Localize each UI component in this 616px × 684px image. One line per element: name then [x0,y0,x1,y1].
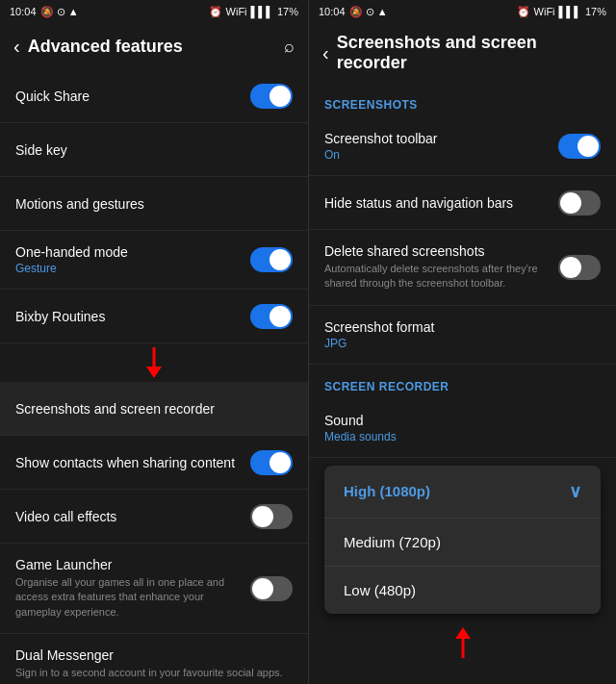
left-alarm-icon: ⏰ [209,6,222,18]
left-search-icon[interactable]: ⌕ [284,37,295,57]
screenshot-toolbar-label: Screenshot toolbar [324,131,558,146]
setting-side-key[interactable]: Side key [0,123,308,177]
right-signal-icon: ▌▌▌ [559,6,581,17]
high-option-check-icon: ∨ [569,481,581,502]
dropdown-low-option[interactable]: Low (480p) [324,567,601,614]
resolution-dropdown: High (1080p) ∨ Medium (720p) Low (480p) [324,466,601,614]
bixby-routines-toggle[interactable] [250,304,293,329]
one-handed-mode-sublabel: Gesture [15,262,250,275]
setting-quick-share[interactable]: Quick Share [0,69,308,123]
left-back-button[interactable]: ‹ [13,36,20,58]
right-status-icons: 🔕 ⊙ ▲ [349,6,388,18]
bixby-routines-label: Bixby Routines [15,309,250,324]
setting-screenshots-recorder[interactable]: Screenshots and screen recorder [0,382,308,436]
low-option-label: Low (480p) [344,582,416,598]
motions-gestures-label: Motions and gestures [15,196,293,212]
screenshots-section-header: Screenshots [309,83,616,117]
red-down-arrow-icon [139,345,169,380]
setting-one-handed-mode[interactable]: One-handed mode Gesture [0,231,308,290]
setting-hide-status-bars[interactable]: Hide status and navigation bars [309,176,616,230]
setting-video-call-effects[interactable]: Video call effects [0,490,308,544]
setting-screenshot-toolbar[interactable]: Screenshot toolbar On [309,117,616,176]
left-time: 10:04 [10,6,37,17]
game-launcher-desc: Organise all your games all in one place… [15,575,250,620]
side-key-label: Side key [15,142,293,158]
left-status-right: ⏰ WiFi ▌▌▌ 17% [209,6,298,18]
show-contacts-toggle[interactable] [250,450,293,475]
left-status-icons: 🔕 ⊙ ▲ [40,6,79,18]
screen-recorder-section-header: Screen recorder [309,365,616,399]
delete-shared-desc: Automatically delete screenshots after t… [324,262,558,291]
svg-marker-1 [146,367,162,378]
right-status-left: 10:04 🔕 ⊙ ▲ [319,6,388,18]
dropdown-high-option[interactable]: High (1080p) ∨ [324,466,601,519]
one-handed-mode-toggle[interactable] [250,247,293,272]
left-signal-icon: ▌▌▌ [251,6,273,17]
video-call-effects-label: Video call effects [15,509,250,524]
dual-messenger-label: Dual Messenger [15,647,293,663]
right-back-button[interactable]: ‹ [322,42,329,64]
hide-status-bars-toggle[interactable] [558,190,601,215]
right-header: ‹ Screenshots and screen recorder [309,23,616,83]
setting-delete-shared[interactable]: Delete shared screenshots Automatically … [309,230,616,306]
left-wifi-icon: WiFi [226,6,247,17]
left-header: ‹ Advanced features ⌕ [0,23,308,69]
screenshot-format-label: Screenshot format [324,319,601,335]
right-panel: 10:04 🔕 ⊙ ▲ ⏰ WiFi ▌▌▌ 17% ‹ Screenshots… [308,0,616,684]
setting-bixby-routines[interactable]: Bixby Routines [0,290,308,343]
screenshot-toolbar-toggle[interactable] [558,134,601,159]
hide-status-bars-label: Hide status and navigation bars [324,195,558,211]
right-wifi-icon: WiFi [534,6,555,17]
screenshot-toolbar-sublabel: On [324,148,558,162]
high-option-label: High (1080p) [344,483,430,499]
medium-option-label: Medium (720p) [344,534,441,550]
game-launcher-label: Game Launcher [15,557,250,572]
delete-shared-toggle[interactable] [558,255,601,280]
setting-motions-gestures[interactable]: Motions and gestures [0,177,308,231]
left-panel: 10:04 🔕 ⊙ ▲ ⏰ WiFi ▌▌▌ 17% ‹ Advanced fe… [0,0,308,684]
delete-shared-label: Delete shared screenshots [324,243,558,259]
right-alarm-icon: ⏰ [517,6,530,18]
right-header-title: Screenshots and screen recorder [337,33,603,73]
right-battery: 17% [585,6,606,17]
left-status-left: 10:04 🔕 ⊙ ▲ [10,6,79,18]
red-arrow-up-annotation [309,621,616,664]
one-handed-mode-label: One-handed mode [15,244,250,260]
dropdown-medium-option[interactable]: Medium (720p) [324,519,601,567]
video-call-effects-toggle[interactable] [250,504,293,529]
setting-sound[interactable]: Sound Media sounds [309,399,616,458]
right-status-bar: 10:04 🔕 ⊙ ▲ ⏰ WiFi ▌▌▌ 17% [309,0,616,23]
screenshots-recorder-label: Screenshots and screen recorder [15,401,293,417]
right-settings-list: Screenshots Screenshot toolbar On Hide s… [309,83,616,684]
left-settings-list: Quick Share Side key Motions and gesture… [0,69,308,684]
red-up-arrow-icon [448,625,478,660]
left-battery: 17% [277,6,298,17]
quick-share-toggle[interactable] [250,84,293,109]
sound-sublabel: Media sounds [324,430,601,443]
quick-share-label: Quick Share [15,89,250,104]
show-contacts-label: Show contacts when sharing content [15,455,250,470]
setting-dual-messenger[interactable]: Dual Messenger Sign in to a second accou… [0,634,308,684]
right-status-right: ⏰ WiFi ▌▌▌ 17% [517,6,606,18]
sound-label: Sound [324,413,601,428]
screenshot-format-value: JPG [324,337,601,350]
left-status-bar: 10:04 🔕 ⊙ ▲ ⏰ WiFi ▌▌▌ 17% [0,0,308,23]
left-header-title: Advanced features [28,37,276,57]
setting-screenshot-format[interactable]: Screenshot format JPG [309,306,616,365]
red-arrow-down-annotation [0,343,308,382]
setting-show-contacts[interactable]: Show contacts when sharing content [0,436,308,490]
game-launcher-toggle[interactable] [250,576,293,601]
right-time: 10:04 [319,6,346,17]
dual-messenger-desc: Sign in to a second account in your favo… [15,666,293,680]
setting-game-launcher[interactable]: Game Launcher Organise all your games al… [0,544,308,634]
